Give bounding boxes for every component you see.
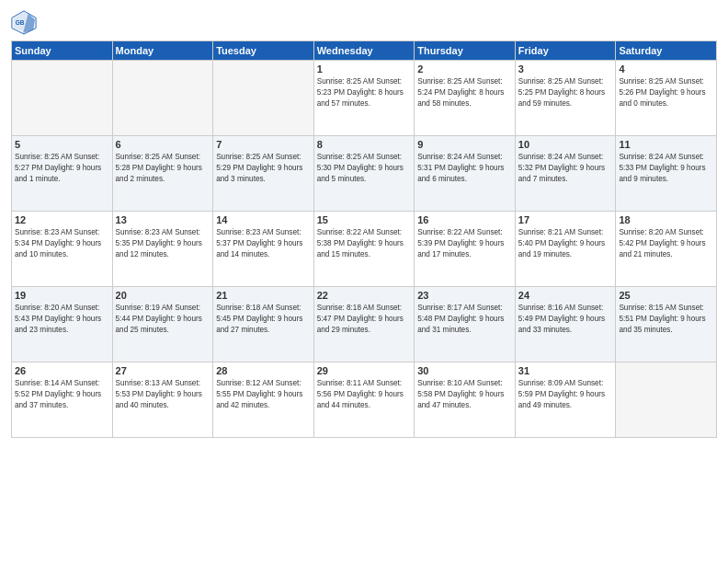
day-number: 6	[116, 139, 210, 150]
calendar-cell: 27Sunrise: 8:13 AM Sunset: 5:53 PM Dayli…	[112, 362, 213, 438]
day-info: Sunrise: 8:24 AM Sunset: 5:32 PM Dayligh…	[518, 152, 613, 185]
day-number: 8	[317, 139, 412, 150]
calendar-cell: 14Sunrise: 8:23 AM Sunset: 5:37 PM Dayli…	[213, 212, 314, 287]
calendar-cell: 19Sunrise: 8:20 AM Sunset: 5:43 PM Dayli…	[12, 287, 113, 362]
day-number: 16	[417, 214, 512, 225]
day-number: 17	[518, 214, 613, 225]
calendar-cell: 31Sunrise: 8:09 AM Sunset: 5:59 PM Dayli…	[515, 362, 616, 438]
day-number: 19	[15, 290, 109, 301]
day-info: Sunrise: 8:11 AM Sunset: 5:56 PM Dayligh…	[317, 378, 412, 411]
calendar-cell: 24Sunrise: 8:16 AM Sunset: 5:49 PM Dayli…	[515, 287, 616, 362]
calendar-cell: 20Sunrise: 8:19 AM Sunset: 5:44 PM Dayli…	[112, 287, 213, 362]
calendar-cell: 11Sunrise: 8:24 AM Sunset: 5:33 PM Dayli…	[616, 136, 717, 212]
calendar-cell: 26Sunrise: 8:14 AM Sunset: 5:52 PM Dayli…	[12, 362, 113, 438]
day-info: Sunrise: 8:25 AM Sunset: 5:24 PM Dayligh…	[417, 76, 512, 109]
day-number: 7	[216, 139, 311, 150]
calendar-cell: 7Sunrise: 8:25 AM Sunset: 5:29 PM Daylig…	[213, 136, 314, 212]
logo: GB	[11, 9, 40, 35]
day-info: Sunrise: 8:18 AM Sunset: 5:45 PM Dayligh…	[216, 303, 311, 336]
day-info: Sunrise: 8:20 AM Sunset: 5:43 PM Dayligh…	[15, 303, 109, 336]
day-header-wednesday: Wednesday	[313, 41, 415, 61]
calendar-cell: 25Sunrise: 8:15 AM Sunset: 5:51 PM Dayli…	[616, 287, 717, 362]
calendar-cell: 28Sunrise: 8:12 AM Sunset: 5:55 PM Dayli…	[213, 362, 314, 438]
day-info: Sunrise: 8:25 AM Sunset: 5:27 PM Dayligh…	[15, 152, 109, 185]
day-number: 10	[518, 139, 613, 150]
day-info: Sunrise: 8:09 AM Sunset: 5:59 PM Dayligh…	[518, 378, 613, 411]
day-header-saturday: Saturday	[616, 41, 717, 61]
day-header-tuesday: Tuesday	[213, 41, 314, 61]
calendar-cell: 30Sunrise: 8:10 AM Sunset: 5:58 PM Dayli…	[415, 362, 516, 438]
day-info: Sunrise: 8:18 AM Sunset: 5:47 PM Dayligh…	[317, 303, 412, 336]
calendar-cell	[112, 61, 213, 136]
calendar: SundayMondayTuesdayWednesdayThursdayFrid…	[11, 40, 717, 438]
calendar-cell	[12, 61, 113, 136]
calendar-cell: 6Sunrise: 8:25 AM Sunset: 5:28 PM Daylig…	[112, 136, 213, 212]
calendar-cell: 10Sunrise: 8:24 AM Sunset: 5:32 PM Dayli…	[515, 136, 616, 212]
week-row-4: 26Sunrise: 8:14 AM Sunset: 5:52 PM Dayli…	[12, 362, 717, 438]
day-info: Sunrise: 8:22 AM Sunset: 5:39 PM Dayligh…	[417, 227, 512, 260]
calendar-cell: 22Sunrise: 8:18 AM Sunset: 5:47 PM Dayli…	[313, 287, 415, 362]
day-info: Sunrise: 8:24 AM Sunset: 5:31 PM Dayligh…	[417, 152, 512, 185]
week-row-3: 19Sunrise: 8:20 AM Sunset: 5:43 PM Dayli…	[12, 287, 717, 362]
day-info: Sunrise: 8:13 AM Sunset: 5:53 PM Dayligh…	[116, 378, 210, 411]
day-info: Sunrise: 8:20 AM Sunset: 5:42 PM Dayligh…	[619, 227, 713, 260]
day-number: 1	[317, 63, 412, 75]
day-info: Sunrise: 8:25 AM Sunset: 5:26 PM Dayligh…	[619, 76, 713, 109]
day-number: 29	[317, 365, 412, 376]
calendar-cell: 16Sunrise: 8:22 AM Sunset: 5:39 PM Dayli…	[415, 212, 516, 287]
day-header-thursday: Thursday	[415, 41, 516, 61]
calendar-cell: 13Sunrise: 8:23 AM Sunset: 5:35 PM Dayli…	[112, 212, 213, 287]
calendar-cell: 12Sunrise: 8:23 AM Sunset: 5:34 PM Dayli…	[12, 212, 113, 287]
day-header-sunday: Sunday	[12, 41, 113, 61]
day-info: Sunrise: 8:23 AM Sunset: 5:35 PM Dayligh…	[116, 227, 210, 260]
calendar-cell: 29Sunrise: 8:11 AM Sunset: 5:56 PM Dayli…	[313, 362, 415, 438]
day-number: 25	[619, 290, 713, 301]
day-number: 5	[15, 139, 109, 150]
calendar-cell: 23Sunrise: 8:17 AM Sunset: 5:48 PM Dayli…	[415, 287, 516, 362]
page: GB SundayMondayTuesdayWednesdayThursdayF…	[0, 0, 728, 563]
day-number: 23	[417, 290, 512, 301]
day-number: 20	[116, 290, 210, 301]
calendar-cell	[213, 61, 314, 136]
day-number: 2	[417, 63, 512, 75]
day-info: Sunrise: 8:10 AM Sunset: 5:58 PM Dayligh…	[417, 378, 512, 411]
calendar-cell: 9Sunrise: 8:24 AM Sunset: 5:31 PM Daylig…	[415, 136, 516, 212]
day-number: 24	[518, 290, 613, 301]
day-number: 22	[317, 290, 412, 301]
day-info: Sunrise: 8:25 AM Sunset: 5:25 PM Dayligh…	[518, 76, 613, 109]
header: GB	[11, 9, 717, 35]
day-info: Sunrise: 8:25 AM Sunset: 5:30 PM Dayligh…	[317, 152, 412, 185]
week-row-2: 12Sunrise: 8:23 AM Sunset: 5:34 PM Dayli…	[12, 212, 717, 287]
day-info: Sunrise: 8:23 AM Sunset: 5:34 PM Dayligh…	[15, 227, 109, 260]
day-header-friday: Friday	[515, 41, 616, 61]
week-row-0: 1Sunrise: 8:25 AM Sunset: 5:23 PM Daylig…	[12, 61, 717, 136]
day-info: Sunrise: 8:19 AM Sunset: 5:44 PM Dayligh…	[116, 303, 210, 336]
day-info: Sunrise: 8:21 AM Sunset: 5:40 PM Dayligh…	[518, 227, 613, 260]
day-number: 9	[417, 139, 512, 150]
day-number: 28	[216, 365, 311, 376]
day-info: Sunrise: 8:16 AM Sunset: 5:49 PM Dayligh…	[518, 303, 613, 336]
day-info: Sunrise: 8:17 AM Sunset: 5:48 PM Dayligh…	[417, 303, 512, 336]
day-info: Sunrise: 8:14 AM Sunset: 5:52 PM Dayligh…	[15, 378, 109, 411]
day-number: 30	[417, 365, 512, 376]
calendar-cell: 1Sunrise: 8:25 AM Sunset: 5:23 PM Daylig…	[313, 61, 415, 136]
day-number: 31	[518, 365, 613, 376]
day-number: 14	[216, 214, 311, 225]
calendar-cell: 2Sunrise: 8:25 AM Sunset: 5:24 PM Daylig…	[415, 61, 516, 136]
day-number: 12	[15, 214, 109, 225]
day-info: Sunrise: 8:12 AM Sunset: 5:55 PM Dayligh…	[216, 378, 311, 411]
day-number: 4	[619, 63, 713, 75]
day-number: 18	[619, 214, 713, 225]
day-info: Sunrise: 8:25 AM Sunset: 5:28 PM Dayligh…	[116, 152, 210, 185]
day-number: 26	[15, 365, 109, 376]
calendar-cell: 21Sunrise: 8:18 AM Sunset: 5:45 PM Dayli…	[213, 287, 314, 362]
calendar-cell	[616, 362, 717, 438]
day-header-monday: Monday	[112, 41, 213, 61]
day-info: Sunrise: 8:15 AM Sunset: 5:51 PM Dayligh…	[619, 303, 713, 336]
day-number: 21	[216, 290, 311, 301]
day-info: Sunrise: 8:25 AM Sunset: 5:23 PM Dayligh…	[317, 76, 412, 109]
calendar-header-row: SundayMondayTuesdayWednesdayThursdayFrid…	[12, 41, 717, 61]
svg-text:GB: GB	[16, 19, 25, 26]
day-info: Sunrise: 8:25 AM Sunset: 5:29 PM Dayligh…	[216, 152, 311, 185]
day-number: 27	[116, 365, 210, 376]
